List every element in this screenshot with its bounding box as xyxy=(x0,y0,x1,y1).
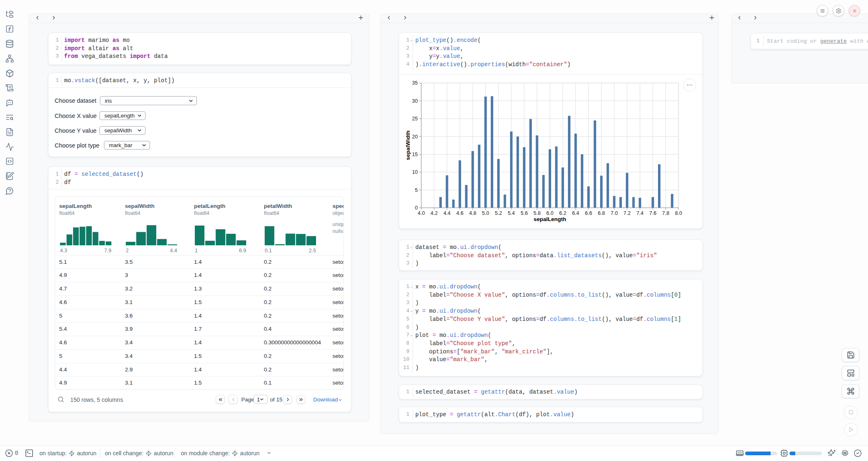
svg-text:6.8: 6.8 xyxy=(598,210,605,216)
svg-text:6.6: 6.6 xyxy=(585,210,592,216)
svg-text:7.8: 7.8 xyxy=(662,210,669,216)
svg-text:25: 25 xyxy=(412,116,418,122)
svg-text:sepalWidth: sepalWidth xyxy=(405,131,411,160)
svg-text:30: 30 xyxy=(412,98,418,104)
svg-text:10: 10 xyxy=(412,169,418,175)
svg-text:5: 5 xyxy=(415,187,418,193)
svg-text:7.4: 7.4 xyxy=(636,210,643,216)
svg-text:15: 15 xyxy=(412,152,418,157)
svg-text:4.2: 4.2 xyxy=(431,210,438,216)
svg-text:4.4: 4.4 xyxy=(443,210,450,216)
svg-text:6.4: 6.4 xyxy=(572,210,579,216)
svg-text:7.6: 7.6 xyxy=(649,210,656,216)
svg-text:20: 20 xyxy=(412,134,418,140)
svg-text:4.6: 4.6 xyxy=(456,210,463,216)
svg-text:6.0: 6.0 xyxy=(546,210,553,216)
svg-text:6.2: 6.2 xyxy=(559,210,566,216)
svg-text:7.2: 7.2 xyxy=(623,210,630,216)
svg-text:5.0: 5.0 xyxy=(482,210,489,216)
svg-text:5.2: 5.2 xyxy=(495,210,502,216)
svg-text:7.0: 7.0 xyxy=(611,210,618,216)
svg-text:5.6: 5.6 xyxy=(521,210,528,216)
svg-text:35: 35 xyxy=(412,80,418,86)
svg-text:5.4: 5.4 xyxy=(508,210,515,216)
svg-text:4.0: 4.0 xyxy=(418,210,425,216)
svg-text:5.8: 5.8 xyxy=(533,210,540,216)
svg-text:4.8: 4.8 xyxy=(469,210,476,216)
svg-text:sepalLength: sepalLength xyxy=(533,216,566,222)
svg-text:8.0: 8.0 xyxy=(675,210,682,216)
